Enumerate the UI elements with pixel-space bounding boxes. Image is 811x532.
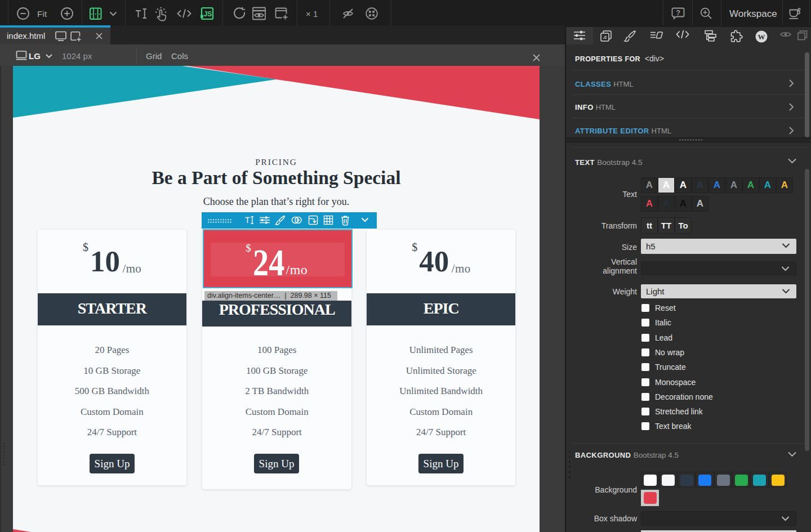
svg-text:.c: .c xyxy=(603,34,607,39)
svg-text:JS: JS xyxy=(204,10,212,18)
svg-text:?: ? xyxy=(676,8,680,16)
svg-text:W: W xyxy=(758,32,765,41)
